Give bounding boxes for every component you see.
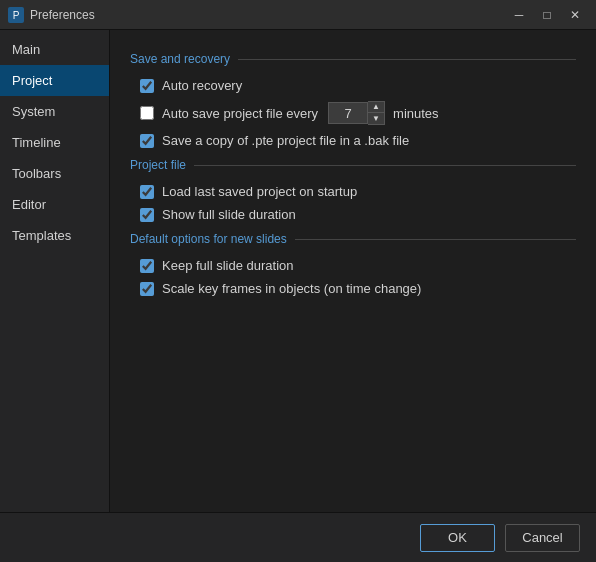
bak-copy-row: Save a copy of .pte project file in a .b…	[140, 133, 576, 148]
sidebar-item-templates[interactable]: Templates	[0, 220, 109, 251]
sidebar-item-project[interactable]: Project	[0, 65, 109, 96]
scale-keyframes-row: Scale key frames in objects (on time cha…	[140, 281, 576, 296]
close-button[interactable]: ✕	[562, 5, 588, 25]
spinner-down-button[interactable]: ▼	[368, 113, 384, 124]
auto-save-label: Auto save project file every	[162, 106, 318, 121]
project-file-title: Project file	[130, 158, 186, 172]
bottom-bar: OK Cancel	[0, 512, 596, 562]
app-icon: P	[8, 7, 24, 23]
load-last-label: Load last saved project on startup	[162, 184, 357, 199]
load-last-row: Load last saved project on startup	[140, 184, 576, 199]
spinner-container: 7 ▲ ▼	[328, 101, 385, 125]
show-duration-row: Show full slide duration	[140, 207, 576, 222]
project-file-line	[194, 165, 576, 166]
auto-recovery-row: Auto recovery	[140, 78, 576, 93]
keep-duration-row: Keep full slide duration	[140, 258, 576, 273]
window-title: Preferences	[30, 8, 506, 22]
spinner-up-button[interactable]: ▲	[368, 102, 384, 113]
keep-duration-checkbox[interactable]	[140, 259, 154, 273]
auto-save-row: Auto save project file every 7 ▲ ▼ minut…	[140, 101, 576, 125]
project-file-section-header: Project file	[130, 158, 576, 172]
load-last-checkbox[interactable]	[140, 185, 154, 199]
sidebar: Main Project System Timeline Toolbars Ed…	[0, 30, 110, 562]
window-controls: ─ □ ✕	[506, 5, 588, 25]
save-recovery-section-header: Save and recovery	[130, 52, 576, 66]
sections-wrapper: Save and recovery Auto recovery Auto sav…	[130, 48, 576, 544]
sidebar-item-system[interactable]: System	[0, 96, 109, 127]
bak-copy-label: Save a copy of .pte project file in a .b…	[162, 133, 409, 148]
auto-recovery-checkbox[interactable]	[140, 79, 154, 93]
scale-keyframes-label: Scale key frames in objects (on time cha…	[162, 281, 421, 296]
minimize-button[interactable]: ─	[506, 5, 532, 25]
sidebar-item-toolbars[interactable]: Toolbars	[0, 158, 109, 189]
title-bar: P Preferences ─ □ ✕	[0, 0, 596, 30]
svg-text:P: P	[13, 10, 20, 21]
minutes-unit-label: minutes	[393, 106, 439, 121]
show-duration-checkbox[interactable]	[140, 208, 154, 222]
cancel-button[interactable]: Cancel	[505, 524, 580, 552]
auto-save-checkbox[interactable]	[140, 106, 154, 120]
sidebar-item-main[interactable]: Main	[0, 34, 109, 65]
minutes-spinner-input[interactable]: 7	[328, 102, 368, 124]
spinner-buttons: ▲ ▼	[368, 101, 385, 125]
app-body: Main Project System Timeline Toolbars Ed…	[0, 30, 596, 562]
auto-recovery-label: Auto recovery	[162, 78, 242, 93]
default-options-line	[295, 239, 576, 240]
content-area: Save and recovery Auto recovery Auto sav…	[110, 30, 596, 562]
ok-button[interactable]: OK	[420, 524, 495, 552]
maximize-button[interactable]: □	[534, 5, 560, 25]
scale-keyframes-checkbox[interactable]	[140, 282, 154, 296]
save-recovery-title: Save and recovery	[130, 52, 230, 66]
save-recovery-line	[238, 59, 576, 60]
sidebar-item-timeline[interactable]: Timeline	[0, 127, 109, 158]
show-duration-label: Show full slide duration	[162, 207, 296, 222]
sidebar-item-editor[interactable]: Editor	[0, 189, 109, 220]
keep-duration-label: Keep full slide duration	[162, 258, 294, 273]
default-options-section-header: Default options for new slides	[130, 232, 576, 246]
default-options-title: Default options for new slides	[130, 232, 287, 246]
bak-copy-checkbox[interactable]	[140, 134, 154, 148]
